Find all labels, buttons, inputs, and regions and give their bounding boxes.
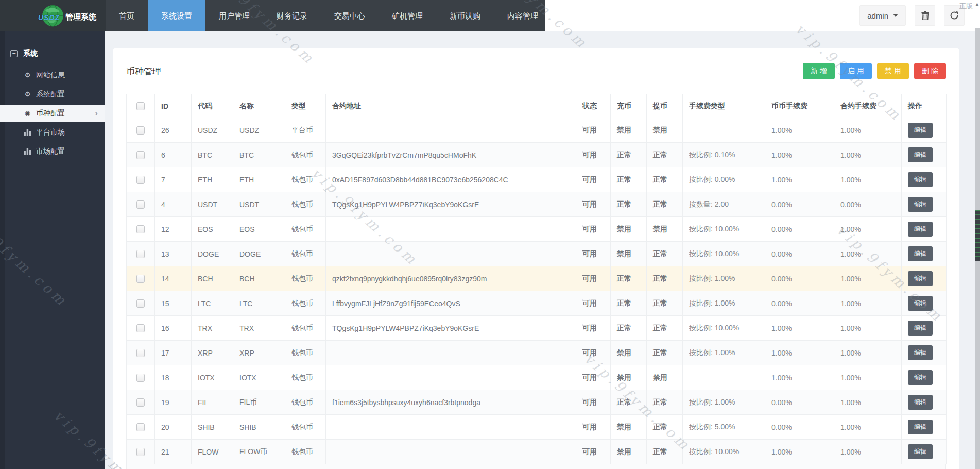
row-checkbox[interactable] [136,423,145,431]
cell-type: 钱包币 [285,440,326,464]
row-checkbox[interactable] [136,151,145,159]
row-checkbox[interactable] [136,324,145,332]
cell-withdraw-status: 正常 [647,341,683,365]
edit-button[interactable]: 编辑 [908,197,933,212]
cell-fee-type [683,365,765,390]
sidebar-item-label: 币种配置 [36,109,65,118]
row-checkbox[interactable] [136,126,145,135]
cell-type: 钱包币 [285,316,326,341]
chevron-right-icon: › [95,108,98,119]
edit-button[interactable]: 编辑 [908,345,933,360]
cell-withdraw-status: 正常 [647,266,683,291]
row-checkbox[interactable] [136,448,145,456]
tab-trade-center[interactable]: 交易中心 [321,0,379,31]
row-checkbox[interactable] [136,299,145,308]
sidebar-section-system[interactable]: − 系统 [10,49,105,58]
cell-deposit-status: 禁用 [611,415,647,440]
table-row: 26 USDZ USDZ 平台币 可用 禁用 禁用 1.00% 1.00% 编辑 [127,118,947,143]
tab-miner-management[interactable]: 矿机管理 [379,0,436,31]
cell-id: 6 [155,143,192,167]
row-checkbox[interactable] [136,398,145,407]
cell-name: ETH [233,167,285,192]
sidebar-item-label: 系统配置 [36,90,65,99]
edit-button[interactable]: 编辑 [908,172,933,187]
row-checkbox[interactable] [136,349,145,357]
cell-type: 钱包币 [285,415,326,440]
page-scrollbar[interactable] [975,28,980,469]
trash-button[interactable] [915,5,935,26]
edit-button[interactable]: 编辑 [908,296,933,311]
sidebar-item-website-info[interactable]: ⚙ 网站信息 [0,65,105,85]
user-dropdown[interactable]: admin [859,5,906,26]
user-name: admin [867,11,888,20]
edit-button[interactable]: 编辑 [908,271,933,286]
tab-system-settings[interactable]: 系统设置 [148,0,205,31]
edit-button[interactable]: 编辑 [908,246,933,261]
cell-contract-address [326,118,576,143]
table-row: 19 FIL FIL币 钱包币 f1iem6s3j5tbysbhpsuxy4ux… [127,390,947,415]
cell-name: XRP [233,341,285,365]
scrollbar-thumb[interactable] [975,210,980,261]
cell-fee-type: 按比例: 10.00% [683,217,765,242]
edit-button[interactable]: 编辑 [908,444,933,459]
tab-content-management[interactable]: 内容管理 [494,0,552,31]
row-checkbox[interactable] [136,176,145,184]
cell-status: 可用 [576,217,611,242]
sidebar-item-market-config[interactable]: 市场配置 [0,142,105,161]
add-button[interactable]: 新 增 [803,63,835,79]
edit-button[interactable]: 编辑 [908,222,933,237]
cell-code: FIL [192,390,233,415]
column-header-type: 类型 [285,94,326,118]
gear-icon: ⚙ [24,71,31,79]
column-header-withdraw: 提币 [647,94,683,118]
disable-button[interactable]: 禁 用 [877,63,909,79]
edit-button[interactable]: 编辑 [908,395,933,410]
cell-contract-address [326,217,576,242]
row-checkbox[interactable] [136,250,145,258]
cell-id: 12 [155,217,192,242]
cell-name: TRX [233,316,285,341]
cell-fee-type [683,118,765,143]
cell-code: FLOW [192,440,233,464]
cell-type: 钱包币 [285,390,326,415]
row-checkbox[interactable] [136,275,145,283]
app-logo: USDZ 管理系统 [0,0,106,31]
sidebar-item-coin-config[interactable]: ◉ 币种配置 › [0,105,105,122]
row-checkbox[interactable] [136,225,145,233]
delete-button[interactable]: 删 除 [914,63,946,79]
edit-button[interactable]: 编辑 [908,147,933,162]
table-row: 12 EOS EOS 钱包币 可用 禁用 禁用 按比例: 10.00% 0.00… [127,217,947,242]
cell-coin-fee: 1.00% [765,341,834,365]
top-header: USDZ 管理系统 首页 系统设置 用户管理 财务记录 交易中心 矿机管理 新币… [0,0,980,31]
sidebar-item-platform-market[interactable]: 平台市场 [0,123,105,142]
tab-user-management[interactable]: 用户管理 [205,0,263,31]
cell-type: 钱包币 [285,217,326,242]
tab-finance-records[interactable]: 财务记录 [263,0,321,31]
table-row: 18 IOTX IOTX 钱包币 可用 禁用 禁用 1.00% 1.00% 编辑 [127,365,947,390]
table-row: 4 USDT USDT 钱包币 TQgsKg1H9pPYLW4PBPZ7iKq3… [127,192,947,217]
main-nav-tabs: 首页 系统设置 用户管理 财务记录 交易中心 矿机管理 新币认购 内容管理 [106,0,552,31]
cell-contract-address: f1iem6s3j5tbysbhpsuxy4uxyh6nacf3rbtpnodg… [326,390,576,415]
edit-button[interactable]: 编辑 [908,123,933,138]
edit-button[interactable]: 编辑 [908,321,933,336]
tab-new-coin-subscription[interactable]: 新币认购 [436,0,494,31]
column-header-operation: 操作 [902,94,947,118]
cell-fee-type: 按比例: 0.00% [683,167,765,192]
cell-contract-fee: 1.00% [834,390,902,415]
row-checkbox[interactable] [136,374,145,382]
tab-home[interactable]: 首页 [106,0,148,31]
edit-button[interactable]: 编辑 [908,370,933,385]
trash-icon [921,11,930,20]
row-checkbox[interactable] [136,200,145,209]
select-all-checkbox[interactable] [136,102,145,110]
edit-button[interactable]: 编辑 [908,420,933,434]
sidebar-item-system-config[interactable]: ⚙ 系统配置 [0,85,105,104]
cell-status: 可用 [576,167,611,192]
table-row: 7 ETH ETH 钱包币 0xAD15F897d603D8bb44d881BC… [127,167,947,192]
enable-button[interactable]: 启 用 [840,63,872,79]
cell-id: 18 [155,365,192,390]
cell-contract-fee: 1.00% [834,242,902,266]
cell-status: 可用 [576,192,611,217]
cell-deposit-status: 禁用 [611,341,647,365]
cell-withdraw-status: 禁用 [647,365,683,390]
